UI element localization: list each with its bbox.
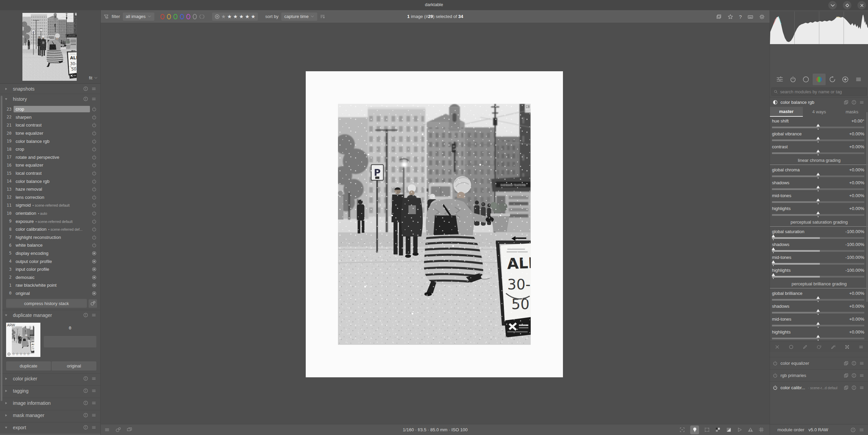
power-toggle[interactable] xyxy=(92,107,97,112)
power-toggle[interactable] xyxy=(92,179,97,184)
mask-manager-section-header[interactable]: mask manager xyxy=(0,410,100,420)
zoom-fit-dropdown[interactable]: fit xyxy=(89,75,98,80)
slider-track[interactable] xyxy=(772,201,864,203)
slider-marker[interactable] xyxy=(816,137,820,139)
reject-filter[interactable] xyxy=(214,14,220,19)
tab-masks[interactable]: masks xyxy=(835,107,868,117)
star-filter-5[interactable]: ★ xyxy=(251,14,255,19)
slider-track[interactable] xyxy=(772,263,864,265)
star-filter-4[interactable]: ★ xyxy=(245,14,249,19)
multi-instance-button[interactable] xyxy=(844,385,849,390)
power-toggle[interactable] xyxy=(92,187,97,192)
help-button[interactable]: ? xyxy=(739,14,742,20)
color-label-split[interactable] xyxy=(199,14,205,19)
rating-filter[interactable]: ★★★★★★ xyxy=(212,13,258,21)
color-label-5[interactable] xyxy=(193,14,197,19)
slider-mid-tones[interactable]: mid-tones+0.00% xyxy=(770,191,868,204)
left-panel-scrollbar[interactable] xyxy=(1,96,2,401)
history-apply-icon-button[interactable] xyxy=(89,299,97,308)
presets-button[interactable] xyxy=(859,100,864,105)
slider-track[interactable] xyxy=(772,214,864,216)
presets-button[interactable] xyxy=(91,413,96,418)
history-item-display-encoding[interactable]: 5display encoding xyxy=(0,249,100,258)
slider-track[interactable] xyxy=(772,152,864,154)
slider-contrast[interactable]: contrast+0.00% xyxy=(770,143,868,155)
slider-marker[interactable] xyxy=(816,198,820,201)
duplicate-thumbnail[interactable]: ARW ☆☆☆☆☆ xyxy=(6,323,40,357)
power-toggle[interactable] xyxy=(92,235,97,240)
slider-marker[interactable] xyxy=(816,124,820,127)
power-toggle[interactable] xyxy=(773,361,778,366)
history-item-exposure[interactable]: 9exposure• scene-referred default xyxy=(0,217,100,225)
color-label-3[interactable] xyxy=(180,14,184,19)
presets-button[interactable] xyxy=(91,86,96,91)
slider-marker[interactable] xyxy=(816,173,820,175)
reset-button[interactable] xyxy=(83,425,88,430)
reset-button[interactable] xyxy=(83,388,88,393)
module-color-calibr-[interactable]: color calibr...· scene-r...d default xyxy=(770,381,868,394)
parametric-mask-button[interactable] xyxy=(816,344,822,349)
history-item-color-balance-rgb[interactable]: 19color balance rgb xyxy=(0,137,100,145)
image-information-section-header[interactable]: image information xyxy=(0,398,100,408)
multi-instance-button[interactable] xyxy=(844,361,849,366)
history-item-crop[interactable]: 18crop xyxy=(0,145,100,153)
tab-master[interactable]: master xyxy=(770,107,803,117)
tagging-section-header[interactable]: tagging xyxy=(0,385,100,396)
always-on-indicator[interactable] xyxy=(92,291,97,296)
power-toggle[interactable] xyxy=(773,373,778,378)
star-filter-0[interactable]: ★ xyxy=(221,14,226,19)
slider-global-saturation[interactable]: global saturation-100.00% xyxy=(770,227,868,240)
softproof-button[interactable] xyxy=(737,427,742,433)
slider-shadows[interactable]: shadows+0.00% xyxy=(770,302,868,315)
blending-menu-button[interactable] xyxy=(858,344,864,349)
history-item-sigmoid[interactable]: 11sigmoid• scene-referred default xyxy=(0,201,100,209)
reset-button[interactable] xyxy=(851,361,856,366)
presets-button[interactable] xyxy=(859,427,864,433)
slider-marker[interactable] xyxy=(816,322,820,325)
power-toggle[interactable] xyxy=(92,243,97,248)
guides-toggle-button[interactable] xyxy=(115,427,121,433)
slider-mid-tones[interactable]: mid-tones+0.00% xyxy=(770,315,868,328)
slider-track[interactable] xyxy=(772,299,864,301)
power-toggle[interactable] xyxy=(92,203,97,208)
module-group-basic[interactable] xyxy=(799,74,813,85)
slider-highlights[interactable]: highlights-100.00% xyxy=(770,266,868,279)
star-filter-1[interactable]: ★ xyxy=(227,14,232,19)
history-item-white-balance[interactable]: 6white balance xyxy=(0,241,100,249)
reject-icon[interactable] xyxy=(7,352,11,356)
color-label-0[interactable] xyxy=(161,14,165,19)
raster-mask-button[interactable] xyxy=(845,344,850,349)
reset-button[interactable] xyxy=(83,376,88,381)
module-rgb-primaries[interactable]: rgb primaries xyxy=(770,369,868,381)
slider-marker[interactable] xyxy=(816,186,820,188)
history-item-output-color-profile[interactable]: 4output color profile xyxy=(0,257,100,265)
color-picker-section-header[interactable]: color picker xyxy=(0,373,100,383)
slider-shadows[interactable]: shadows+0.00% xyxy=(770,178,868,191)
history-item-input-color-profile[interactable]: 3input color profile xyxy=(0,265,100,273)
slider-global-brilliance[interactable]: global brilliance+0.00% xyxy=(770,289,868,302)
presets-button[interactable] xyxy=(91,388,96,393)
presets-button[interactable] xyxy=(859,373,864,378)
gamut-check-button[interactable] xyxy=(748,427,753,433)
module-group-active-modules[interactable] xyxy=(773,74,787,85)
always-on-indicator[interactable] xyxy=(92,251,97,256)
module-search[interactable] xyxy=(771,88,867,96)
slider-highlights[interactable]: highlights+0.00% xyxy=(770,204,868,217)
second-window-button[interactable] xyxy=(127,427,132,433)
always-on-indicator[interactable] xyxy=(92,275,97,280)
no-mask-button[interactable] xyxy=(775,344,780,349)
power-toggle[interactable] xyxy=(773,385,778,390)
power-toggle[interactable] xyxy=(92,195,97,200)
reset-button[interactable] xyxy=(851,385,856,390)
slider-marker[interactable] xyxy=(772,247,775,250)
slider-shadows[interactable]: shadows-100.00% xyxy=(770,240,868,253)
slider-track[interactable] xyxy=(772,175,864,177)
reset-button[interactable] xyxy=(83,96,88,101)
slider-track[interactable] xyxy=(772,338,864,339)
iso-assessment-button[interactable] xyxy=(679,427,685,433)
duplicate-button[interactable]: duplicate xyxy=(6,361,51,371)
color-balance-rgb-header[interactable]: color balance rgb xyxy=(770,97,868,107)
history-item-original[interactable]: 0original xyxy=(0,289,100,298)
history-item-tone-equalizer[interactable]: 16tone equalizer xyxy=(0,161,100,169)
history-item-lens-correction[interactable]: 12lens correction xyxy=(0,193,100,202)
